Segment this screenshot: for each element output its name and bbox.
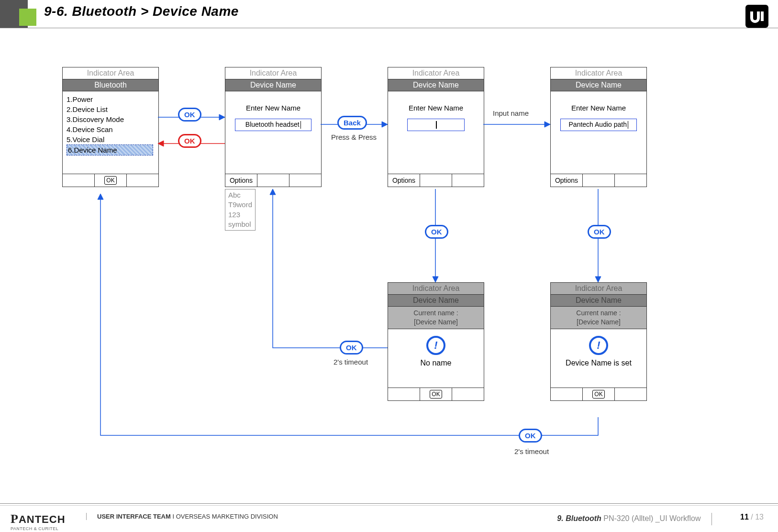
softkey-bar: Options: [551, 174, 646, 187]
softkey-left[interactable]: Options: [225, 174, 257, 187]
menu-item[interactable]: 1.Power: [67, 94, 155, 104]
indicator-area: Indicator Area: [551, 67, 646, 79]
device-name-input[interactable]: [407, 119, 465, 131]
footer-team: USER INTERFACE TEAM I OVERSEAS MARKETING…: [86, 513, 278, 520]
softkey-right[interactable]: [452, 174, 484, 187]
menu-item[interactable]: 2.Device List: [67, 104, 155, 114]
prompt-text: Enter New Name: [555, 103, 643, 113]
indicator-area: Indicator Area: [63, 67, 158, 79]
indicator-area: Indicator Area: [388, 67, 484, 79]
diagram-canvas: Indicator Area Bluetooth 1.Power 2.Devic…: [0, 29, 778, 503]
softkey-left[interactable]: Options: [551, 174, 583, 187]
menu-item[interactable]: 4.Device Scan: [67, 124, 155, 134]
header-square-green: [19, 9, 36, 26]
softkey-bar: OK: [63, 174, 158, 187]
screen-title: Device Name: [551, 79, 646, 91]
transition-pill-ok-nameset: OK: [588, 225, 611, 239]
transition-pill-ok-red: OK: [178, 134, 201, 148]
svg-marker-1: [219, 114, 225, 120]
screen-device-name-filled: Indicator Area Device Name Enter New Nam…: [550, 67, 647, 187]
softkey-center[interactable]: [583, 174, 614, 187]
footer-rule-2: [0, 505, 778, 506]
softkey-left[interactable]: Options: [388, 174, 420, 187]
screen-title: Device Name: [225, 79, 321, 91]
svg-marker-5: [382, 122, 388, 127]
menu-item-selected[interactable]: 6.Device Name: [67, 144, 153, 155]
softkey-bar: Options: [225, 174, 321, 187]
softkey-center[interactable]: OK: [95, 174, 126, 187]
svg-marker-13: [98, 194, 103, 200]
menu-item[interactable]: 5.Voice Dial: [67, 134, 155, 144]
arrow-input-name: [483, 120, 550, 129]
svg-marker-3: [158, 141, 164, 146]
svg-marker-7: [545, 122, 550, 127]
softkey-right[interactable]: [289, 174, 321, 187]
device-name-input[interactable]: Pantech Audio path: [560, 119, 637, 131]
footer-rule: [0, 503, 778, 504]
transition-label-input: Input name: [493, 109, 529, 117]
transition-note-press: Press & Press: [331, 133, 377, 141]
device-name-input[interactable]: Bluetooth headset: [235, 119, 311, 131]
page: 9-6. Bluetooth > Device Name Indicator A…: [0, 0, 778, 532]
softkey-center[interactable]: [420, 174, 452, 187]
brand-logo: PANTECH PANTECH & CURITEL: [11, 512, 66, 531]
indicator-area: Indicator Area: [225, 67, 321, 79]
prompt-text: Enter New Name: [392, 103, 480, 113]
arrow-nameset-return: [96, 194, 603, 452]
transition-pill-back: Back: [337, 116, 367, 130]
softkey-right[interactable]: [614, 388, 646, 400]
transition-pill-ok-noname: OK: [425, 225, 448, 239]
screen-device-name-empty: Indicator Area Device Name Enter New Nam…: [388, 67, 484, 187]
page-title: 9-6. Bluetooth > Device Name: [44, 4, 239, 19]
screen-device-name-initial: Indicator Area Device Name Enter New Nam…: [225, 67, 322, 187]
ui-logo: [745, 5, 768, 28]
screen-title: Bluetooth: [63, 79, 158, 91]
page-number: 11 / 13: [740, 513, 764, 521]
screen-bluetooth: Indicator Area Bluetooth 1.Power 2.Devic…: [62, 67, 159, 187]
softkey-right[interactable]: [614, 174, 646, 187]
softkey-left[interactable]: [63, 174, 95, 187]
menu-item[interactable]: 3.Discovery Mode: [67, 114, 155, 124]
header-rule: [0, 28, 778, 28]
softkey-center[interactable]: [257, 174, 289, 187]
transition-pill-set-return: OK: [519, 429, 542, 443]
footer-section: 9. Bluetooth PN-320 (Alltel) _UI Workflo…: [557, 513, 721, 525]
transition-pill-ok: OK: [178, 108, 201, 122]
prompt-text: Enter New Name: [229, 103, 317, 113]
softkey-bar: Options: [388, 174, 484, 187]
softkey-right[interactable]: [126, 174, 158, 187]
screen-title: Device Name: [388, 79, 484, 91]
page-footer: PANTECH PANTECH & CURITEL USER INTERFACE…: [0, 503, 778, 532]
transition-pill-noname-return: OK: [340, 341, 363, 355]
